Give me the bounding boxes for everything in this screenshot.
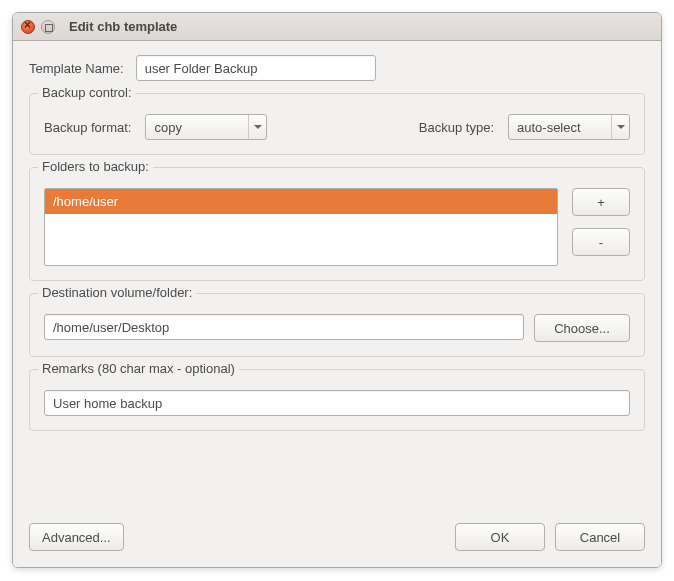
titlebar[interactable]: Edit chb template (13, 13, 661, 41)
remarks-legend: Remarks (80 char max - optional) (38, 361, 239, 376)
close-icon[interactable] (21, 20, 35, 34)
destination-group: Destination volume/folder: Choose... (29, 293, 645, 357)
template-name-label: Template Name: (29, 61, 124, 76)
remove-folder-button[interactable]: - (572, 228, 630, 256)
backup-format-label: Backup format: (44, 120, 131, 135)
chevron-down-icon (611, 115, 629, 139)
backup-type-label: Backup type: (419, 120, 494, 135)
chevron-down-icon (248, 115, 266, 139)
folders-listbox[interactable]: /home/user (44, 188, 558, 266)
destination-legend: Destination volume/folder: (38, 285, 196, 300)
backup-format-value: copy (146, 120, 248, 135)
dialog-window: Edit chb template Template Name: Backup … (12, 12, 662, 568)
backup-type-value: auto-select (509, 120, 611, 135)
destination-input[interactable] (44, 314, 524, 340)
remarks-input[interactable] (44, 390, 630, 416)
template-name-row: Template Name: (29, 55, 645, 81)
choose-button[interactable]: Choose... (534, 314, 630, 342)
window-title: Edit chb template (69, 19, 177, 34)
cancel-button[interactable]: Cancel (555, 523, 645, 551)
folders-legend: Folders to backup: (38, 159, 153, 174)
ok-button[interactable]: OK (455, 523, 545, 551)
backup-control-legend: Backup control: (38, 85, 136, 100)
backup-format-select[interactable]: copy (145, 114, 267, 140)
backup-control-group: Backup control: Backup format: copy Back… (29, 93, 645, 155)
remarks-group: Remarks (80 char max - optional) (29, 369, 645, 431)
dialog-body: Template Name: Backup control: Backup fo… (13, 41, 661, 567)
folders-group: Folders to backup: /home/user + - (29, 167, 645, 281)
list-item[interactable]: /home/user (45, 189, 557, 214)
template-name-input[interactable] (136, 55, 376, 81)
advanced-button[interactable]: Advanced... (29, 523, 124, 551)
restore-icon[interactable] (41, 20, 55, 34)
add-folder-button[interactable]: + (572, 188, 630, 216)
dialog-footer: Advanced... OK Cancel (29, 523, 645, 551)
backup-type-select[interactable]: auto-select (508, 114, 630, 140)
